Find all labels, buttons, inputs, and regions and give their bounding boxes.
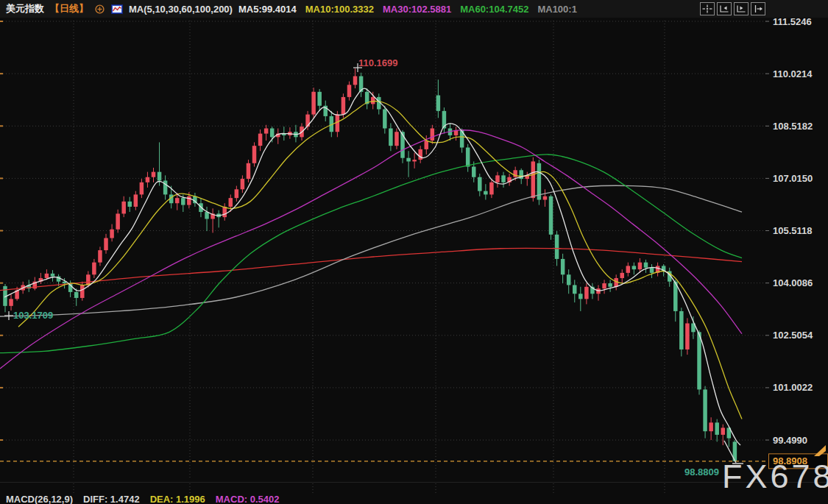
candle (347, 85, 352, 97)
ma-value: MA60:104.7452 (460, 4, 528, 15)
candle (394, 132, 399, 146)
candle (584, 287, 589, 299)
ma-line-ma10 (18, 102, 742, 419)
candle (602, 283, 606, 288)
candle (626, 266, 631, 272)
macd-values: DIFF: 1.4742DEA: 1.1996MACD: 0.5402 (83, 494, 279, 504)
candle (389, 128, 393, 146)
candle (116, 213, 120, 229)
chart-thumbnail-icon[interactable] (111, 4, 123, 14)
axis-price-label: 110.0214 (773, 68, 813, 79)
candle (317, 92, 322, 106)
candle (146, 177, 150, 182)
candle (697, 332, 701, 389)
candle (484, 191, 488, 195)
candle (86, 274, 91, 285)
candle (252, 146, 257, 163)
candle (110, 230, 114, 238)
shift-right-tool-icon[interactable] (751, 2, 765, 15)
panel-divider (0, 482, 828, 483)
candle (644, 263, 648, 268)
candle (371, 97, 375, 104)
candlestick-chart[interactable]: 111.5246110.0214108.5182107.0150105.5118… (0, 0, 828, 504)
candle (501, 175, 506, 182)
candle (555, 235, 559, 259)
candle (9, 299, 13, 305)
candle (80, 285, 85, 298)
candle (121, 202, 126, 214)
axis-price-label: 108.5182 (773, 121, 813, 132)
candle (721, 427, 726, 434)
candle (92, 263, 96, 275)
candle (247, 163, 251, 179)
crosshair-tool-icon[interactable] (700, 2, 715, 15)
candle (74, 292, 79, 298)
axis-price-label: 105.5118 (773, 225, 813, 236)
panel-prev-tool-icon[interactable] (717, 2, 732, 15)
price-annotation-low: 103.1709 (13, 310, 53, 321)
macd-value: DIFF: 1.4742 (83, 494, 140, 504)
candle (181, 198, 185, 205)
candle (229, 198, 233, 207)
candle (573, 285, 577, 294)
ma-line-ma60 (0, 155, 742, 353)
candle (175, 198, 180, 203)
axis-price-label: 104.0086 (773, 277, 813, 288)
candle (241, 179, 245, 189)
candle (431, 128, 435, 141)
candle (342, 97, 346, 115)
candle (104, 238, 108, 251)
candle (495, 175, 500, 182)
candle (425, 141, 429, 149)
candle (703, 389, 707, 431)
candle (436, 96, 441, 111)
candle (472, 167, 476, 177)
candle (679, 311, 684, 349)
candle (650, 268, 654, 273)
candle (685, 323, 690, 349)
price-annotation-high: 110.1699 (358, 57, 398, 68)
candle (489, 182, 494, 195)
candle (205, 212, 209, 219)
panel-next-tool-icon[interactable] (734, 2, 749, 15)
candle (311, 92, 316, 115)
candle (128, 202, 132, 207)
axis-price-label: 102.5054 (773, 330, 813, 341)
ma-line-ma200 (0, 248, 742, 290)
candle (264, 128, 269, 133)
chart-header: 美元指数 【日线】 MA(5,10,30,60,100,200) MA5:99.… (0, 0, 828, 18)
candle (305, 115, 310, 127)
candle (258, 134, 263, 146)
candle (608, 283, 612, 287)
compare-add-icon[interactable] (94, 4, 105, 15)
candle (638, 263, 643, 269)
ma-value: MA5:99.4014 (238, 4, 297, 15)
macd-value: MACD: 0.5402 (216, 494, 280, 504)
current-price-label: 98.8908 (773, 455, 807, 466)
candle (620, 273, 624, 278)
candle (134, 194, 138, 207)
candle (158, 172, 162, 181)
candle (578, 294, 583, 299)
macd-value: DEA: 1.1996 (150, 494, 205, 504)
candle (353, 77, 358, 85)
candle (715, 422, 719, 435)
candle (383, 109, 387, 128)
candle (466, 148, 470, 167)
candle (98, 250, 102, 263)
candle (140, 182, 144, 195)
candle (709, 422, 713, 431)
candle (561, 259, 565, 274)
ma-settings-label[interactable]: MA(5,10,30,60,100,200) (129, 4, 233, 15)
candle (596, 288, 601, 294)
candle (235, 189, 239, 198)
axis-price-label: 107.0150 (773, 173, 813, 184)
timeframe-label[interactable]: 【日线】 (50, 2, 88, 15)
candle (222, 207, 227, 217)
axis-price-label: 99.4990 (773, 435, 807, 446)
candle (45, 274, 49, 278)
candle (51, 274, 55, 277)
candle (531, 161, 536, 198)
price-annotation-low: 98.8809 (684, 466, 719, 478)
macd-settings-label[interactable]: MACD(26,12,9) (6, 494, 73, 504)
